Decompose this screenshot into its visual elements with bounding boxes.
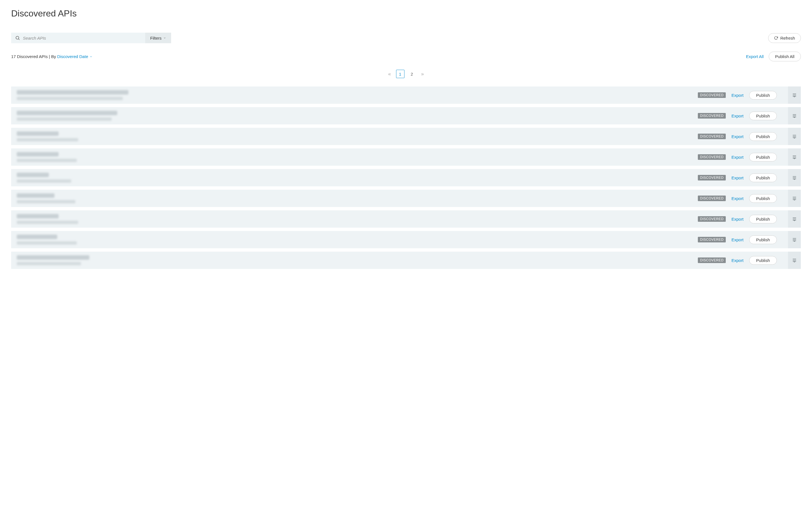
api-list: DISCOVEREDExportPublishDISCOVEREDExportP… (11, 87, 801, 269)
svg-line-1 (19, 39, 19, 40)
page-title: Discovered APIs (11, 8, 801, 19)
export-link[interactable]: Export (731, 93, 743, 98)
api-row-info (11, 190, 698, 207)
api-row-info (11, 252, 698, 269)
api-title-redacted (17, 111, 117, 115)
publish-button[interactable]: Publish (749, 194, 777, 203)
row-menu-button[interactable] (788, 148, 801, 166)
status-badge: DISCOVERED (698, 113, 726, 119)
api-row[interactable]: DISCOVEREDExportPublish (11, 148, 801, 166)
api-title-redacted (17, 255, 89, 260)
export-link[interactable]: Export (731, 258, 743, 263)
pagination-page-2[interactable]: 2 (408, 70, 416, 78)
api-title-redacted (17, 235, 57, 239)
summary-row: 17 Discovered APIs | By Discovered Date … (11, 52, 801, 61)
api-row[interactable]: DISCOVEREDExportPublish (11, 169, 801, 186)
publish-button[interactable]: Publish (749, 236, 777, 244)
publish-button[interactable]: Publish (749, 112, 777, 120)
row-menu-button[interactable] (788, 190, 801, 207)
row-menu-button[interactable] (788, 128, 801, 145)
sort-dropdown[interactable]: Discovered Date (57, 54, 93, 59)
filters-label: Filters (150, 36, 162, 40)
chevron-down-icon (89, 55, 93, 58)
publish-button[interactable]: Publish (749, 215, 777, 223)
status-badge: DISCOVERED (698, 216, 726, 222)
api-row[interactable]: DISCOVEREDExportPublish (11, 252, 801, 269)
status-badge: DISCOVERED (698, 237, 726, 242)
row-menu-icon (792, 258, 797, 263)
api-row-info (11, 107, 698, 124)
row-menu-button[interactable] (788, 252, 801, 269)
summary-actions: Export All Publish All (746, 52, 801, 61)
search-filters-group: Filters (11, 33, 171, 43)
api-row-info (11, 210, 698, 228)
row-menu-icon (792, 93, 797, 98)
api-row-actions: DISCOVEREDExportPublish (698, 210, 801, 228)
row-menu-button[interactable] (788, 210, 801, 228)
api-row[interactable]: DISCOVEREDExportPublish (11, 87, 801, 104)
api-title-redacted (17, 193, 54, 198)
pagination-last[interactable]: » (421, 71, 424, 77)
export-link[interactable]: Export (731, 237, 743, 242)
row-menu-icon (792, 196, 797, 201)
count-text: 17 Discovered APIs (11, 54, 48, 59)
row-menu-icon (792, 237, 797, 242)
status-badge: DISCOVERED (698, 195, 726, 201)
status-badge: DISCOVERED (698, 154, 726, 160)
api-row[interactable]: DISCOVEREDExportPublish (11, 190, 801, 207)
api-subtitle-redacted (17, 117, 112, 121)
toolbar: Filters Refresh (11, 33, 801, 43)
api-row[interactable]: DISCOVEREDExportPublish (11, 231, 801, 248)
api-subtitle-redacted (17, 241, 77, 245)
export-link[interactable]: Export (731, 155, 743, 159)
api-row-info (11, 87, 698, 104)
publish-button[interactable]: Publish (749, 91, 777, 99)
row-menu-icon (792, 155, 797, 159)
api-title-redacted (17, 173, 49, 177)
row-menu-icon (792, 175, 797, 180)
export-all-link[interactable]: Export All (746, 54, 763, 59)
api-subtitle-redacted (17, 97, 123, 100)
api-row-info (11, 169, 698, 186)
refresh-button[interactable]: Refresh (768, 33, 801, 43)
row-menu-icon (792, 134, 797, 139)
api-row[interactable]: DISCOVEREDExportPublish (11, 128, 801, 145)
filters-button[interactable]: Filters (145, 33, 171, 43)
row-menu-icon (792, 216, 797, 221)
row-menu-button[interactable] (788, 87, 801, 104)
row-menu-button[interactable] (788, 231, 801, 248)
search-input[interactable] (23, 36, 141, 40)
status-badge: DISCOVERED (698, 258, 726, 263)
publish-button[interactable]: Publish (749, 174, 777, 182)
row-menu-button[interactable] (788, 169, 801, 186)
api-title-redacted (17, 214, 59, 218)
api-row[interactable]: DISCOVEREDExportPublish (11, 107, 801, 124)
api-row-actions: DISCOVEREDExportPublish (698, 128, 801, 145)
api-row[interactable]: DISCOVEREDExportPublish (11, 210, 801, 228)
summary-text: 17 Discovered APIs | By Discovered Date (11, 54, 93, 59)
pagination-first[interactable]: « (388, 71, 391, 77)
publish-button[interactable]: Publish (749, 153, 777, 161)
api-row-actions: DISCOVEREDExportPublish (698, 190, 801, 207)
export-link[interactable]: Export (731, 176, 743, 180)
row-menu-button[interactable] (788, 107, 801, 124)
export-link[interactable]: Export (731, 134, 743, 139)
api-row-actions: DISCOVEREDExportPublish (698, 252, 801, 269)
publish-button[interactable]: Publish (749, 256, 777, 265)
publish-button[interactable]: Publish (749, 132, 777, 141)
export-link[interactable]: Export (731, 114, 743, 118)
api-subtitle-redacted (17, 200, 75, 203)
pagination-page-1[interactable]: 1 (396, 70, 404, 78)
api-row-info (11, 148, 698, 166)
sort-label: Discovered Date (57, 54, 88, 59)
export-link[interactable]: Export (731, 196, 743, 201)
export-link[interactable]: Export (731, 217, 743, 221)
api-row-actions: DISCOVEREDExportPublish (698, 231, 801, 248)
row-menu-icon (792, 113, 797, 118)
publish-all-button[interactable]: Publish All (769, 52, 801, 61)
search-box[interactable] (11, 33, 145, 43)
api-title-redacted (17, 131, 59, 136)
by-label: By (51, 54, 56, 59)
chevron-down-icon (163, 36, 166, 39)
search-icon (15, 35, 20, 40)
